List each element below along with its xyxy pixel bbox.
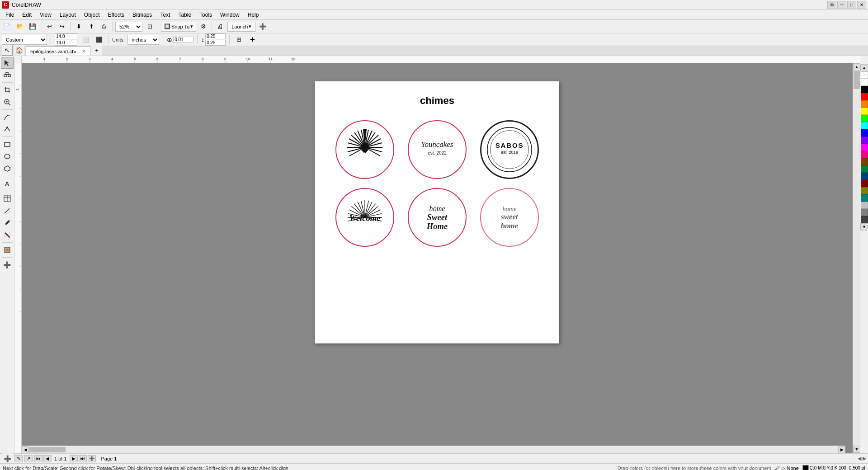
last-page-btn[interactable]: ⏭ (79, 455, 87, 462)
redo-btn[interactable]: ↪ (57, 21, 67, 32)
circle-youncakes[interactable]: Youncakes est. 2022 (408, 120, 467, 179)
window-controls[interactable]: ⧉ ─ □ ✕ (827, 1, 866, 9)
nudge2-top-input[interactable] (205, 33, 226, 39)
swatch-white[interactable] (861, 79, 868, 86)
menu-edit[interactable]: Edit (19, 11, 35, 19)
next-page-btn[interactable]: ▶ (70, 455, 78, 462)
height-input[interactable] (55, 40, 77, 46)
add-page-btn[interactable]: ✚ (247, 34, 258, 45)
restore-btn[interactable]: ⧉ (827, 1, 836, 9)
swatch-orange[interactable] (861, 100, 868, 108)
publish-btn[interactable]: ⎙ (99, 21, 109, 32)
swatch-brown[interactable] (861, 158, 868, 165)
printer-icon[interactable]: 🖨 (215, 21, 226, 32)
tool-select[interactable] (1, 57, 14, 69)
tool-zoom[interactable] (1, 96, 14, 108)
preset-select[interactable]: Custom (2, 35, 47, 45)
add-tab-btn[interactable]: + (91, 45, 102, 56)
swatch-cyan[interactable] (861, 122, 868, 129)
new-btn[interactable]: 📄 (2, 21, 13, 32)
tab-close-btn[interactable]: ✕ (82, 49, 85, 54)
menu-help[interactable]: Help (244, 11, 263, 19)
right-scrollbar[interactable]: ▲ ▼ (853, 63, 860, 453)
circle-sunburst[interactable] (335, 120, 394, 179)
swatch-black[interactable] (861, 86, 868, 93)
swatch-blue[interactable] (861, 129, 868, 136)
circle-welcome[interactable]: Welcome (335, 188, 394, 247)
circle-sabos[interactable]: SABOS est. 2019 (480, 120, 539, 179)
tool-rectangle[interactable] (1, 138, 14, 150)
document-tab[interactable]: epilog-laser-wind-chi... ✕ (25, 47, 90, 56)
swatch-yellow[interactable] (861, 108, 868, 115)
tool-smart-draw[interactable] (1, 123, 14, 135)
scroll-right-btn[interactable]: ▶ (838, 446, 845, 453)
pen-tool-small[interactable]: ✎ (14, 455, 23, 462)
h-scroll-thumb[interactable] (29, 447, 66, 452)
scroll-up-btn[interactable]: ▲ (853, 63, 860, 70)
menu-table[interactable]: Table (175, 11, 195, 19)
menu-object[interactable]: Object (80, 11, 104, 19)
add-page-btn2[interactable]: ➕ (88, 455, 96, 462)
prev-page-btn[interactable]: ◀ (43, 455, 52, 462)
landscape-btn[interactable]: ⬛ (94, 34, 104, 45)
tool-fill[interactable] (1, 229, 14, 241)
zoom-select[interactable]: 52% 100% 75% 50% 25% (115, 22, 142, 32)
export-btn[interactable]: ⬆ (86, 21, 97, 32)
import-btn[interactable]: ⬇ (73, 21, 84, 32)
home-icon[interactable]: 🏠 (14, 45, 24, 56)
selector-tool[interactable]: ↖ (2, 45, 13, 56)
circle-home-sweet-home-2[interactable]: home sweet home (480, 188, 539, 247)
swatch-purple[interactable] (861, 136, 868, 144)
nudge2-bot-input[interactable] (205, 40, 226, 46)
minimize-btn[interactable]: ─ (837, 1, 846, 9)
launch-btn[interactable]: Launch ▾ (227, 22, 255, 32)
tool-pen[interactable] (1, 205, 14, 216)
open-btn[interactable]: 📂 (14, 21, 25, 32)
swatch-pink[interactable] (861, 151, 868, 158)
maximize-btn[interactable]: □ (847, 1, 856, 9)
width-input[interactable] (55, 33, 77, 39)
h-scrollbar[interactable]: ◀ ▶ (22, 446, 845, 453)
menu-text[interactable]: Text (156, 11, 174, 19)
close-btn[interactable]: ✕ (857, 1, 866, 9)
menu-layout[interactable]: Layout (56, 11, 80, 19)
portrait-btn[interactable]: ⬜ (80, 34, 91, 45)
nav-arrow-small[interactable]: ↗ (24, 455, 33, 462)
v-scroll-track[interactable] (853, 70, 860, 446)
plus-btn[interactable]: ➕ (257, 21, 268, 32)
menu-tools[interactable]: Tools (196, 11, 216, 19)
tool-eyedropper[interactable] (1, 217, 14, 229)
menu-bitmaps[interactable]: Bitmaps (129, 11, 156, 19)
swatch-none[interactable]: ✕ (861, 71, 868, 79)
snap-to-btn[interactable]: 🔲 Snap To ▾ (161, 22, 196, 32)
swatch-dark-green[interactable] (861, 165, 868, 173)
v-scroll-thumb[interactable] (854, 71, 860, 89)
add-layer-btn[interactable]: ➕ (2, 453, 13, 464)
swatch-red[interactable] (861, 93, 868, 100)
tool-interactive-fill[interactable] (1, 244, 14, 256)
swatch-teal[interactable] (861, 194, 868, 202)
save-btn[interactable]: 💾 (27, 21, 38, 32)
menu-effects[interactable]: Effects (104, 11, 128, 19)
settings-btn[interactable]: ⚙ (198, 21, 209, 32)
swatch-dark-red[interactable] (861, 180, 868, 187)
tool-polygon[interactable] (1, 163, 14, 174)
swatch-dark-blue[interactable] (861, 173, 868, 180)
menu-view[interactable]: View (36, 11, 55, 19)
palette-up-btn[interactable]: ▲ (860, 64, 868, 71)
fit-page2-btn[interactable]: ⊞ (233, 34, 244, 45)
swatch-magenta[interactable] (861, 144, 868, 151)
swatch-silver[interactable] (861, 202, 868, 209)
tool-table[interactable] (1, 193, 14, 204)
swatch-dark-gray[interactable] (861, 216, 868, 223)
first-page-btn[interactable]: ⏮ (34, 455, 42, 462)
circle-home-sweet-home-1[interactable]: home Sweet Home (408, 188, 467, 247)
scroll-left-btn[interactable]: ◀ (22, 446, 29, 453)
tool-add[interactable]: ➕ (1, 259, 14, 271)
canvas-area[interactable]: chimes (22, 63, 853, 453)
nudge-x-input[interactable] (173, 37, 193, 42)
swatch-gray[interactable] (861, 209, 868, 216)
swatch-olive[interactable] (861, 187, 868, 194)
menu-file[interactable]: File (2, 11, 18, 19)
h-scroll-track[interactable] (29, 446, 838, 453)
